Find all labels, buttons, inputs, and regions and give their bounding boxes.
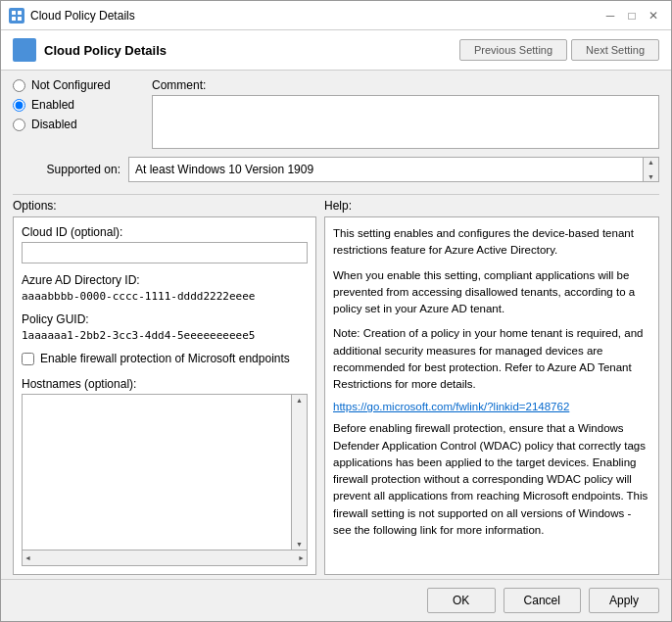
- header-nav: Previous Setting Next Setting: [459, 39, 659, 61]
- maximize-button[interactable]: □: [622, 6, 642, 25]
- left-panel: Cloud ID (optional): Azure AD Directory …: [13, 216, 316, 575]
- hostnames-scroll-up: ▲: [294, 395, 305, 406]
- hostnames-label: Hostnames (optional):: [22, 377, 308, 391]
- help-paragraph-1: This setting enables and configures the …: [333, 225, 650, 260]
- svg-rect-3: [18, 17, 22, 21]
- azure-ad-label: Azure AD Directory ID:: [22, 273, 308, 287]
- options-section-label: Options:: [13, 199, 316, 213]
- hscroll-right-arrow: ►: [298, 554, 305, 561]
- hostnames-hscroll: ◄ ►: [22, 550, 308, 566]
- divider: [13, 194, 659, 195]
- scroll-up-arrow: ▲: [644, 158, 658, 166]
- help-paragraph-2: When you enable this setting, compliant …: [333, 267, 650, 318]
- help-paragraph-4: Before enabling firewall protection, ens…: [333, 420, 650, 539]
- cloud-id-input[interactable]: [22, 242, 308, 263]
- title-bar: Cloud Policy Details ─ □ ✕: [1, 1, 671, 30]
- title-bar-left: Cloud Policy Details: [9, 8, 135, 24]
- comment-label: Comment:: [152, 78, 659, 92]
- options-help-labels: Options: Help:: [13, 199, 659, 213]
- supported-scrollbar: ▲ ▼: [644, 157, 659, 182]
- cancel-button[interactable]: Cancel: [504, 588, 581, 613]
- comment-section: Comment:: [152, 78, 659, 149]
- disabled-option[interactable]: Disabled: [13, 118, 140, 131]
- not-configured-radio[interactable]: [13, 79, 25, 92]
- config-section: Not Configured Enabled Disabled Comment:: [13, 78, 659, 149]
- svg-rect-2: [12, 17, 16, 21]
- hscroll-left-arrow: ◄: [24, 554, 31, 561]
- right-panel: This setting enables and configures the …: [324, 216, 659, 575]
- window-title: Cloud Policy Details: [30, 9, 135, 23]
- svg-rect-1: [18, 11, 22, 15]
- firewall-checkbox[interactable]: [22, 353, 34, 365]
- title-bar-controls: ─ □ ✕: [600, 6, 663, 25]
- help-link[interactable]: https://go.microsoft.com/fwlink/?linkid=…: [333, 401, 650, 412]
- header-bar: Cloud Policy Details Previous Setting Ne…: [1, 30, 671, 71]
- footer: OK Cancel Apply: [1, 579, 671, 621]
- dialog-title: Cloud Policy Details: [44, 43, 167, 58]
- header-bar-left: Cloud Policy Details: [13, 38, 167, 62]
- policy-guid-value: 1aaaaaa1-2bb2-3cc3-4dd4-5eeeeeeeeee5: [22, 329, 308, 342]
- content-area: Not Configured Enabled Disabled Comment:…: [1, 71, 671, 579]
- panels-row: Cloud ID (optional): Azure AD Directory …: [13, 216, 659, 575]
- not-configured-option[interactable]: Not Configured: [13, 78, 140, 92]
- hostnames-section: Hostnames (optional): ▲ ▼ ◄ ►: [22, 377, 308, 566]
- window-icon: [9, 8, 24, 24]
- hostnames-wrapper: ▲ ▼: [22, 394, 308, 550]
- help-section-label: Help:: [324, 199, 659, 213]
- not-configured-label: Not Configured: [31, 78, 111, 92]
- azure-ad-value: aaaabbbb-0000-cccc-1111-dddd2222eeee: [22, 290, 308, 303]
- help-paragraph-3: Note: Creation of a policy in your home …: [333, 325, 650, 393]
- cloud-id-label: Cloud ID (optional):: [22, 225, 308, 239]
- disabled-label: Disabled: [31, 118, 77, 131]
- enabled-option[interactable]: Enabled: [13, 98, 140, 112]
- svg-rect-0: [12, 11, 16, 15]
- enabled-label: Enabled: [31, 98, 74, 112]
- next-setting-button[interactable]: Next Setting: [571, 39, 659, 61]
- supported-on-label: Supported on:: [13, 163, 128, 176]
- close-button[interactable]: ✕: [644, 6, 663, 25]
- header-icon: [13, 38, 36, 62]
- policy-guid-label: Policy GUID:: [22, 312, 308, 326]
- apply-button[interactable]: Apply: [589, 588, 659, 613]
- firewall-label: Enable firewall protection of Microsoft …: [40, 352, 290, 367]
- scroll-down-arrow: ▼: [644, 173, 658, 181]
- window: Cloud Policy Details ─ □ ✕ Cloud Policy …: [0, 0, 672, 622]
- supported-on-value: At least Windows 10 Version 1909: [128, 157, 644, 182]
- firewall-checkbox-item: Enable firewall protection of Microsoft …: [22, 352, 308, 367]
- disabled-radio[interactable]: [13, 119, 25, 131]
- minimize-button[interactable]: ─: [600, 6, 620, 25]
- hostnames-scroll-down: ▼: [294, 539, 305, 550]
- prev-setting-button[interactable]: Previous Setting: [459, 39, 567, 61]
- ok-button[interactable]: OK: [427, 588, 496, 613]
- hostnames-textarea[interactable]: [22, 394, 292, 550]
- hostnames-scrollbar: ▲ ▼: [292, 394, 308, 550]
- supported-on-row: Supported on: At least Windows 10 Versio…: [13, 157, 659, 182]
- comment-textarea[interactable]: [152, 95, 659, 149]
- enabled-radio[interactable]: [13, 99, 25, 112]
- radio-group: Not Configured Enabled Disabled: [13, 78, 140, 149]
